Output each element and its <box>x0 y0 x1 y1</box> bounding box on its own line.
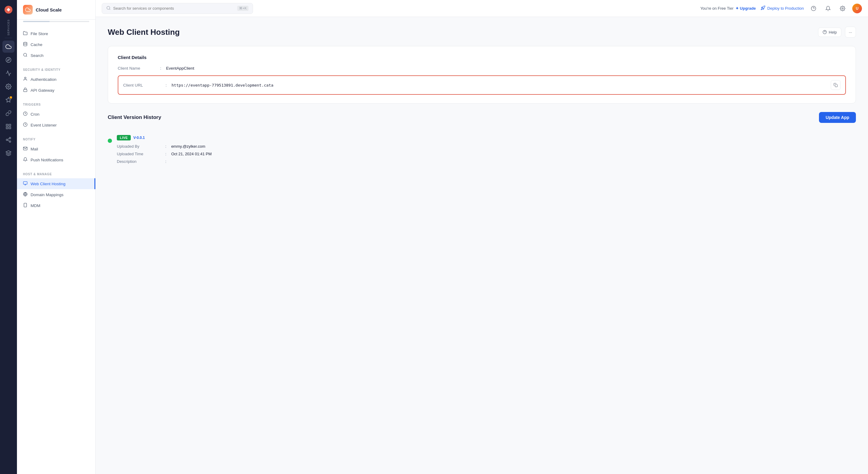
help-icon-button[interactable] <box>809 4 818 13</box>
update-app-button[interactable]: Update App <box>819 112 856 123</box>
sidebar-item-authentication[interactable]: Authentication <box>17 74 95 85</box>
mail-icon <box>23 146 28 152</box>
svg-marker-4 <box>6 97 11 102</box>
client-url-value: https://eventapp-779513891.development.c… <box>172 83 828 88</box>
services-label: Services <box>7 20 10 35</box>
client-url-label: Client URL <box>123 83 165 88</box>
sidebar-item-label: Push Notifications <box>31 158 63 162</box>
uploaded-by-sep: : <box>165 144 166 149</box>
sidebar-header: Cloud Scale <box>17 0 95 20</box>
page-title: Web Client Hosting <box>108 28 180 37</box>
svg-line-13 <box>7 138 9 139</box>
help-button[interactable]: Help <box>818 28 841 37</box>
rail-icon-activity[interactable] <box>2 67 14 79</box>
sidebar-item-cache[interactable]: Cache <box>17 39 95 50</box>
copy-url-button[interactable] <box>831 80 840 90</box>
sidebar-item-label: MDM <box>31 203 40 208</box>
settings-icon-button[interactable] <box>838 4 847 13</box>
search-icon <box>106 6 111 11</box>
sidebar-item-label: Web Client Hosting <box>31 182 65 186</box>
svg-line-12 <box>7 140 9 141</box>
svg-rect-5 <box>6 124 8 126</box>
sidebar-item-mail[interactable]: Mail <box>17 144 95 154</box>
sidebar-item-mdm[interactable]: MDM <box>17 200 95 211</box>
client-url-sep: : <box>165 83 167 88</box>
svg-point-33 <box>842 7 843 9</box>
version-history-section: Client Version History Update App LIVE V… <box>108 112 856 168</box>
sidebar: Cloud Scale File Store Cache <box>17 0 96 474</box>
host-section: HOST & MANAGE Web Client Hosting Domain … <box>17 168 95 213</box>
rail-icon-compass[interactable] <box>2 54 14 66</box>
cron-icon <box>23 112 28 117</box>
more-options-button[interactable]: ··· <box>845 27 856 37</box>
uploaded-time-value: Oct 21, 2024 01:41 PM <box>171 152 212 156</box>
rail-icon-star[interactable] <box>2 94 14 106</box>
sidebar-item-push-notifications[interactable]: Push Notifications <box>17 154 95 165</box>
free-tier-notice: You're on Free Tier ✦ Upgrade <box>700 6 756 10</box>
version-badge: V-0.0.1 <box>133 136 145 140</box>
description-label: Description <box>117 159 165 164</box>
client-name-sep: : <box>160 66 161 70</box>
svg-rect-8 <box>6 127 8 129</box>
help-label: Help <box>829 30 837 34</box>
page-header: Web Client Hosting Help ··· <box>108 27 856 37</box>
sidebar-item-event-listener[interactable]: Event Listener <box>17 120 95 130</box>
sidebar-item-label: Cache <box>31 42 42 47</box>
cloud-scale-label: Cloud Scale <box>36 7 62 12</box>
client-details-title: Client Details <box>118 55 846 60</box>
header-actions: Help ··· <box>818 27 856 37</box>
rail-icon-link[interactable] <box>2 107 14 119</box>
svg-point-9 <box>9 137 11 139</box>
logo-icon <box>2 4 14 16</box>
svg-point-3 <box>8 86 9 88</box>
rail-icon-cloud[interactable] <box>2 40 14 53</box>
rail-icon-grid[interactable] <box>2 121 14 133</box>
sidebar-item-file-store[interactable]: File Store <box>17 28 95 39</box>
version-title: Client Version History <box>108 115 161 121</box>
notify-section: NOTIFY Mail Push Notifications <box>17 133 95 168</box>
search-sidebar-icon <box>23 53 28 58</box>
sidebar-item-label: Cron <box>31 112 39 117</box>
rail-divider <box>5 38 12 38</box>
search-bar[interactable]: ⌘+K <box>102 3 253 14</box>
event-listener-icon <box>23 122 28 128</box>
client-name-label: Client Name <box>118 66 160 70</box>
sidebar-item-search[interactable]: Search <box>17 50 95 61</box>
topbar: ⌘+K You're on Free Tier ✦ Upgrade Deploy… <box>96 0 868 17</box>
svg-marker-14 <box>6 151 11 153</box>
sidebar-item-domain-mappings[interactable]: Domain Mappings <box>17 189 95 200</box>
main-wrapper: ⌘+K You're on Free Tier ✦ Upgrade Deploy… <box>96 0 868 474</box>
rocket-icon <box>761 5 766 11</box>
bell-icon-button[interactable] <box>823 4 833 13</box>
search-input[interactable] <box>113 6 235 10</box>
sidebar-item-label: Search <box>31 53 43 58</box>
uploaded-by-row: Uploaded By : emmy.@zylker.com <box>117 144 856 149</box>
version-badges: LIVE V-0.0.1 <box>117 135 856 140</box>
sidebar-item-label: Mail <box>31 147 38 151</box>
file-store-icon <box>23 31 28 36</box>
description-sep: : <box>165 159 166 164</box>
sidebar-item-cron[interactable]: Cron <box>17 109 95 120</box>
user-avatar[interactable]: U <box>852 4 862 13</box>
version-section-header: Client Version History Update App <box>108 112 856 123</box>
deploy-label: Deploy to Production <box>767 6 804 10</box>
deploy-to-production-button[interactable]: Deploy to Production <box>761 5 804 11</box>
sidebar-item-web-client-hosting[interactable]: Web Client Hosting <box>17 178 95 189</box>
rail-icon-layers[interactable] <box>2 147 14 159</box>
web-client-hosting-icon <box>23 181 28 186</box>
live-dot <box>108 138 112 143</box>
uploaded-time-label: Uploaded Time <box>117 152 165 156</box>
search-kbd: ⌘+K <box>237 6 248 11</box>
uploaded-time-row: Uploaded Time : Oct 21, 2024 01:41 PM <box>117 152 856 156</box>
api-gateway-icon <box>23 88 28 93</box>
upgrade-button[interactable]: ✦ Upgrade <box>736 6 756 10</box>
sidebar-item-api-gateway[interactable]: API Gateway <box>17 85 95 96</box>
triggers-section: TRIGGERS Cron Event Listener <box>17 98 95 133</box>
svg-rect-19 <box>24 90 27 92</box>
rail-icon-settings2[interactable] <box>2 81 14 93</box>
mdm-icon <box>23 203 28 208</box>
rail-icon-share[interactable] <box>2 134 14 146</box>
svg-point-1 <box>6 58 11 63</box>
svg-rect-7 <box>9 127 11 129</box>
sidebar-item-label: API Gateway <box>31 88 55 93</box>
